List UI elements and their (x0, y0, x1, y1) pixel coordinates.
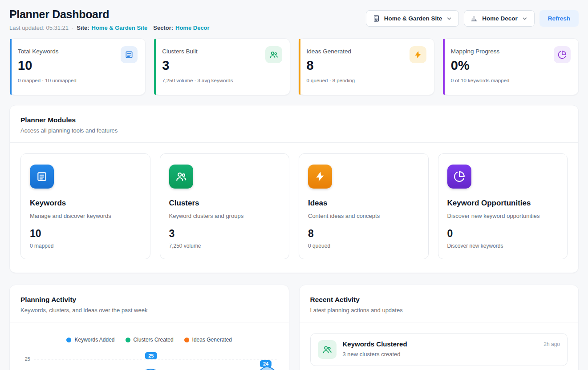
module-grid: Keywords Manage and discover keywords 10… (20, 153, 568, 259)
legend-dot (126, 338, 130, 342)
module-description: Discover new keyword opportunities (447, 212, 559, 220)
page-title: Planner Dashboard (9, 8, 210, 21)
divider (300, 322, 579, 322)
recent-activity-title: Recent Activity (310, 296, 568, 304)
divider (10, 322, 289, 322)
module-card-keywords[interactable]: Keywords Manage and discover keywords 10… (20, 153, 150, 259)
legend-label: Ideas Generated (192, 337, 232, 343)
pie-chart-icon (554, 46, 571, 63)
meta-separator: · (72, 24, 73, 31)
legend-dot (184, 338, 189, 342)
planning-activity-title: Planning Activity (20, 296, 278, 304)
sector-selector-dropdown[interactable]: Home Decor (464, 10, 535, 27)
module-description: Content ideas and concepts (308, 212, 419, 220)
sector-label: Sector: (153, 24, 173, 31)
bar-chart-icon (470, 15, 478, 22)
module-card-ideas[interactable]: Ideas Content ideas and concepts 8 0 que… (299, 153, 429, 259)
users-icon (318, 340, 337, 359)
stat-detail: 0 queued · 8 pending (307, 78, 426, 83)
module-card-clusters[interactable]: Clusters Keyword clusters and groups 3 7… (160, 153, 290, 259)
sector-meta: Sector: Home Decor (153, 24, 209, 31)
activity-item-time: 2h ago (543, 340, 560, 347)
planning-activity-subtitle: Keywords, clusters, and ideas over the p… (20, 307, 278, 314)
stat-value: 0% (451, 58, 570, 73)
sector-selector-label: Home Decor (482, 15, 518, 22)
planner-modules-panel: Planner Modules Access all planning tool… (9, 105, 579, 273)
module-value: 0 (447, 228, 559, 240)
chart-svg (34, 349, 278, 370)
module-title: Ideas (308, 199, 419, 208)
stat-detail: 0 mapped · 10 unmapped (18, 78, 137, 83)
stat-cards-row: Total Keywords 10 0 mapped · 10 unmapped… (9, 38, 579, 95)
module-value: 10 (30, 228, 141, 240)
chart-legend: Keywords Added Clusters Created Ideas Ge… (20, 337, 278, 343)
legend-dot (66, 338, 71, 342)
legend-item-clusters-created: Clusters Created (126, 337, 174, 343)
module-detail: 0 mapped (30, 243, 141, 249)
article-icon (121, 46, 138, 63)
planner-dashboard-page: Planner Dashboard Last updated: 05:31:21… (0, 0, 588, 370)
module-value: 8 (308, 228, 419, 240)
lightning-icon (410, 46, 426, 63)
module-detail: Discover new keywords (447, 243, 559, 249)
modules-subtitle: Access all planning tools and features (20, 127, 568, 134)
stat-label: Total Keywords (18, 48, 137, 55)
site-meta: Site: Home & Garden Site (77, 24, 147, 31)
data-point-label: 24 (260, 360, 272, 367)
refresh-button[interactable]: Refresh (539, 10, 579, 27)
module-title: Clusters (169, 199, 280, 208)
stat-card-ideas-generated: Ideas Generated 8 0 queued · 8 pending (298, 38, 434, 95)
users-icon (169, 165, 193, 189)
legend-label: Clusters Created (134, 337, 174, 343)
legend-item-keywords-added: Keywords Added (66, 337, 114, 343)
stat-card-mapping-progress: Mapping Progress 0% 0 of 10 keywords map… (442, 38, 579, 95)
activity-item-title: Keywords Clustered (343, 340, 538, 348)
chevron-down-icon (446, 16, 452, 22)
stat-value: 10 (18, 58, 137, 73)
header-left: Planner Dashboard Last updated: 05:31:21… (9, 8, 210, 31)
data-point-label: 25 (145, 352, 157, 359)
users-icon (265, 46, 282, 63)
header-controls: Home & Garden Site Home Decor Refresh (366, 8, 579, 27)
module-detail: 7,250 volume (169, 243, 280, 249)
legend-label: Keywords Added (74, 337, 114, 343)
y-axis-tick: 25 (20, 349, 34, 370)
meta-line: Last updated: 05:31:21 · Site: Home & Ga… (9, 24, 210, 31)
last-updated-text: Last updated: 05:31:21 (9, 24, 69, 31)
module-title: Keyword Opportunities (447, 199, 559, 208)
area-chart: 25 25 24 (20, 349, 278, 370)
site-label: Site: (77, 24, 89, 31)
building-icon (373, 15, 380, 22)
divider (10, 142, 578, 143)
stat-card-clusters-built: Clusters Built 3 7,250 volume · 3 avg ke… (154, 38, 290, 95)
module-description: Manage and discover keywords (30, 212, 141, 220)
stat-label: Ideas Generated (307, 48, 426, 55)
site-selector-dropdown[interactable]: Home & Garden Site (366, 10, 459, 27)
stat-value: 8 (307, 58, 426, 73)
chart-plot-area: 25 24 (34, 349, 278, 370)
lightning-icon (308, 165, 332, 189)
module-title: Keywords (30, 199, 141, 208)
site-selector-label: Home & Garden Site (384, 15, 442, 22)
modules-title: Planner Modules (20, 116, 568, 124)
module-card-keyword-opportunities[interactable]: Keyword Opportunities Discover new keywo… (438, 153, 568, 259)
pie-chart-icon (447, 165, 471, 189)
bottom-row: Planning Activity Keywords, clusters, an… (9, 285, 579, 370)
stat-card-total-keywords: Total Keywords 10 0 mapped · 10 unmapped (9, 38, 146, 95)
stat-label: Clusters Built (162, 48, 281, 55)
recent-activity-panel: Recent Activity Latest planning actions … (299, 285, 579, 370)
planning-activity-panel: Planning Activity Keywords, clusters, an… (9, 285, 289, 370)
module-value: 3 (169, 228, 280, 240)
module-description: Keyword clusters and groups (169, 212, 280, 220)
activity-item-body: Keywords Clustered 3 new clusters create… (343, 340, 538, 358)
stat-detail: 0 of 10 keywords mapped (451, 78, 570, 83)
stat-label: Mapping Progress (451, 48, 570, 55)
site-link[interactable]: Home & Garden Site (92, 24, 148, 31)
stat-value: 3 (162, 58, 281, 73)
page-header: Planner Dashboard Last updated: 05:31:21… (9, 8, 579, 31)
activity-list-item: Keywords Clustered 3 new clusters create… (310, 333, 568, 366)
sector-link[interactable]: Home Decor (175, 24, 210, 31)
article-icon (30, 165, 54, 189)
recent-activity-subtitle: Latest planning actions and updates (310, 307, 568, 314)
module-detail: 0 queued (308, 243, 419, 249)
